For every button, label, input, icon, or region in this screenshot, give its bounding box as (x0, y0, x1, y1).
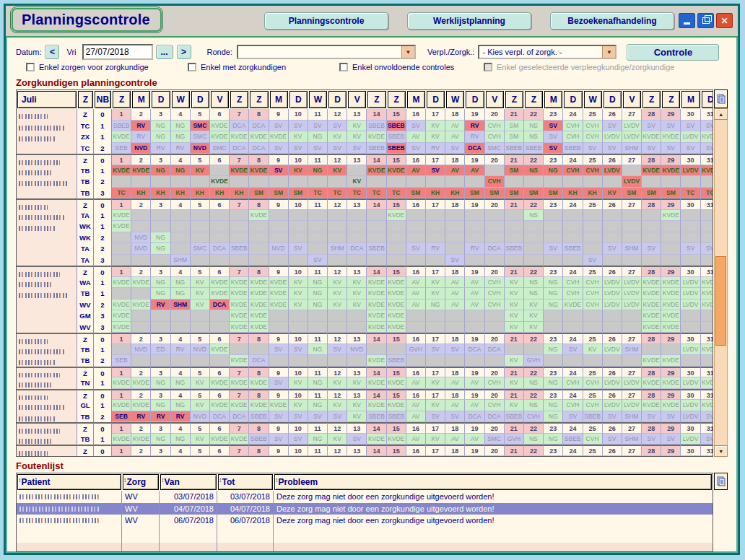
grid-cell[interactable]: AV (445, 131, 465, 143)
grid-cell[interactable] (583, 310, 603, 322)
grid-cell[interactable] (485, 310, 505, 322)
grid-cell[interactable] (387, 221, 406, 232)
grid-cell[interactable]: NVD (191, 344, 210, 356)
grid-cell[interactable]: SV (308, 411, 328, 423)
grid-cell[interactable]: KV (347, 400, 367, 411)
grid-cell[interactable]: SBEB (505, 411, 524, 423)
grid-cell[interactable] (328, 232, 347, 244)
grid-cell[interactable] (269, 210, 289, 222)
grid-cell[interactable]: TC (701, 188, 714, 199)
grid-cell[interactable]: SV (661, 434, 681, 445)
grid-cell[interactable]: KV (191, 299, 210, 311)
grid-cell[interactable] (622, 165, 642, 177)
grid-cell[interactable] (505, 255, 524, 266)
grid-cell[interactable]: KV (191, 434, 210, 445)
grid-cell[interactable] (426, 310, 445, 322)
grid-cell[interactable] (603, 255, 622, 266)
grid-cell[interactable]: AV (465, 165, 484, 177)
grid-cell[interactable] (524, 221, 544, 232)
grid-cell[interactable] (642, 255, 661, 266)
grid-cell[interactable] (308, 243, 328, 255)
grid-cell[interactable]: LVDV (681, 400, 700, 411)
grid-cell[interactable]: SV (701, 243, 714, 255)
grid-cell[interactable]: SV (583, 255, 603, 266)
grid-cell[interactable] (249, 221, 269, 232)
grid-cell[interactable]: KV (328, 299, 347, 311)
grid-cell[interactable]: KVDE (249, 377, 269, 389)
grid-cell[interactable]: SV (544, 243, 563, 255)
grid-cell[interactable]: KVDE (131, 277, 151, 289)
grid-cell[interactable] (171, 310, 191, 322)
grid-cell[interactable] (603, 355, 622, 367)
grid-cell[interactable]: LVDV (622, 121, 642, 132)
grid-cell[interactable]: TC (308, 188, 328, 199)
grid-cell[interactable] (505, 221, 524, 232)
grid-cell[interactable]: NG (171, 288, 191, 299)
grid-cell[interactable]: KV (603, 188, 622, 199)
grid-cell[interactable] (445, 232, 465, 244)
grid-cell[interactable]: KH (151, 188, 170, 199)
grid-cell[interactable] (544, 255, 563, 266)
grid-cell[interactable]: KV (347, 176, 367, 188)
grid-cell[interactable]: CVH (485, 277, 505, 289)
grid-cell[interactable]: KV (289, 131, 308, 143)
grid-cell[interactable] (583, 221, 603, 232)
grid-cell[interactable] (642, 210, 661, 222)
grid-cell[interactable]: KVDE (642, 277, 661, 289)
ronde-dropdown-arrow-icon[interactable]: ▼ (401, 46, 414, 58)
grid-cell[interactable]: SV (445, 255, 465, 266)
grid-cell[interactable]: KVDE (249, 322, 269, 333)
grid-cell[interactable]: AV (465, 288, 484, 299)
grid-cell[interactable]: LVDV (603, 377, 622, 389)
grid-cell[interactable]: NS (524, 121, 544, 132)
grid-cell[interactable]: KVDE (661, 322, 681, 333)
grid-cell[interactable]: KVDE (701, 277, 714, 289)
grid-cell[interactable] (249, 243, 269, 255)
grid-cell[interactable]: KVDE (387, 310, 406, 322)
grid-cell[interactable]: SBEB (367, 243, 386, 255)
grid-cell[interactable]: CVH (485, 400, 505, 411)
grid-cell[interactable]: KV (328, 434, 347, 445)
date-picker-button[interactable]: ... (156, 45, 173, 59)
grid-cell[interactable]: AV (406, 131, 426, 143)
grid-cell[interactable] (289, 355, 308, 367)
grid-cell[interactable]: KH (131, 188, 151, 199)
grid-cell[interactable]: CVH (583, 121, 603, 132)
grid-cell[interactable]: AV (406, 299, 426, 311)
grid-cell[interactable]: CVH (583, 277, 603, 289)
grid-cell[interactable]: NS (524, 277, 544, 289)
minimize-button[interactable] (679, 13, 695, 28)
grid-cell[interactable]: KVDE (701, 165, 714, 177)
grid-cell[interactable] (210, 355, 230, 367)
grid-cell[interactable]: KVDE (210, 434, 230, 445)
grid-cell[interactable]: SV (701, 411, 714, 423)
grid-cell[interactable] (269, 176, 289, 188)
grid-cell[interactable]: RV (426, 243, 445, 255)
grid-cell[interactable]: SV (603, 143, 622, 154)
grid-cell[interactable] (328, 255, 347, 266)
grid-cell[interactable]: KVDE (387, 165, 406, 177)
grid-cell[interactable]: CVH (583, 400, 603, 411)
grid-cell[interactable]: SM (249, 188, 269, 199)
grid-cell[interactable] (426, 322, 445, 333)
grid-cell[interactable] (131, 176, 151, 188)
grid-cell[interactable] (445, 310, 465, 322)
grid-cell[interactable] (701, 255, 714, 266)
grid-cell[interactable] (347, 322, 367, 333)
grid-cell[interactable]: NS (524, 288, 544, 299)
error-row[interactable]: WV03/07/201803/07/2018Deze zorg mag niet… (17, 491, 713, 503)
grid-cell[interactable]: KV (505, 277, 524, 289)
grid-cell[interactable] (171, 176, 191, 188)
grid-cell[interactable] (191, 322, 210, 333)
grid-cell[interactable]: KVDE (367, 277, 386, 289)
grid-cell[interactable]: KVDE (230, 434, 249, 445)
grid-cell[interactable]: LVDV (681, 299, 700, 311)
grid-cell[interactable]: KVDE (249, 299, 269, 311)
grid-cell[interactable]: KVDE (367, 355, 386, 367)
grid-cell[interactable]: AV (445, 121, 465, 132)
grid-cell[interactable]: SV (308, 255, 328, 266)
grid-cell[interactable]: NS (524, 210, 544, 222)
errors-column-header-van[interactable]: ↕Van (160, 474, 217, 490)
grid-cell[interactable] (681, 310, 700, 322)
grid-cell[interactable]: SBEB (563, 243, 583, 255)
